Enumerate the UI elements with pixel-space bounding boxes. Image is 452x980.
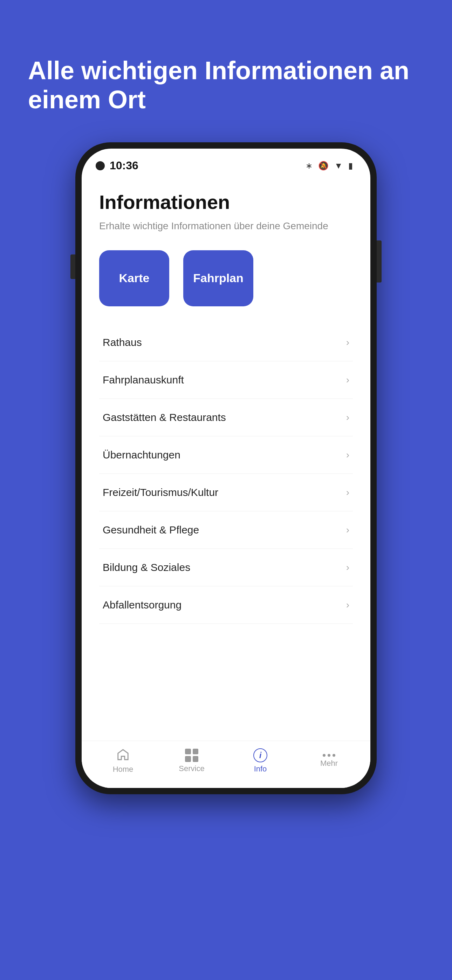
phone-frame: 10:36 ∗ 🔕 ▼ ▮ Informationen Erhalte wich… bbox=[75, 142, 377, 794]
phone-screen: 10:36 ∗ 🔕 ▼ ▮ Informationen Erhalte wich… bbox=[82, 149, 370, 788]
nav-label-home: Home bbox=[113, 765, 134, 774]
chevron-right-icon: › bbox=[346, 524, 349, 536]
chevron-right-icon: › bbox=[346, 374, 349, 385]
bell-icon: 🔕 bbox=[318, 161, 329, 171]
nav-item-info[interactable]: i Info bbox=[239, 748, 282, 773]
menu-list: Rathaus › Fahrplanauskunft › Gaststätten… bbox=[99, 324, 353, 741]
app-title: Informationen bbox=[99, 191, 353, 213]
dots-icon bbox=[323, 754, 335, 757]
fahrplan-button[interactable]: Fahrplan bbox=[183, 250, 253, 306]
menu-item-label: Bildung & Soziales bbox=[103, 562, 190, 573]
camera-dot bbox=[95, 161, 105, 170]
grid-icon bbox=[185, 749, 198, 762]
menu-item-uebernachtungen[interactable]: Übernachtungen › bbox=[99, 436, 353, 474]
nav-item-mehr[interactable]: Mehr bbox=[308, 754, 350, 768]
info-circle-icon: i bbox=[253, 748, 267, 762]
nav-item-service[interactable]: Service bbox=[170, 749, 213, 773]
status-time: 10:36 bbox=[95, 159, 138, 172]
menu-item-label: Rathaus bbox=[103, 336, 142, 348]
menu-item-gaststaetten[interactable]: Gaststätten & Restaurants › bbox=[99, 399, 353, 436]
phone-wrapper: 10:36 ∗ 🔕 ▼ ▮ Informationen Erhalte wich… bbox=[75, 142, 377, 794]
home-icon bbox=[116, 748, 130, 763]
menu-item-label: Gaststätten & Restaurants bbox=[103, 412, 226, 423]
nav-label-service: Service bbox=[179, 764, 204, 773]
menu-item-fahrplanauskunft[interactable]: Fahrplanauskunft › bbox=[99, 361, 353, 399]
bottom-nav: Home Service i Info Mehr bbox=[82, 741, 370, 788]
quick-buttons: Karte Fahrplan bbox=[99, 250, 353, 306]
menu-item-label: Gesundheit & Pflege bbox=[103, 524, 199, 536]
chevron-right-icon: › bbox=[346, 449, 349, 461]
wifi-icon: ▼ bbox=[334, 161, 343, 171]
nav-item-home[interactable]: Home bbox=[102, 748, 144, 774]
chevron-right-icon: › bbox=[346, 412, 349, 423]
chevron-right-icon: › bbox=[346, 599, 349, 611]
chevron-right-icon: › bbox=[346, 562, 349, 573]
status-bar: 10:36 ∗ 🔕 ▼ ▮ bbox=[82, 149, 370, 177]
menu-item-rathaus[interactable]: Rathaus › bbox=[99, 324, 353, 361]
nav-label-mehr: Mehr bbox=[320, 759, 338, 768]
menu-item-bildung[interactable]: Bildung & Soziales › bbox=[99, 549, 353, 586]
menu-item-label: Abfallentsorgung bbox=[103, 599, 181, 611]
app-content: Informationen Erhalte wichtige Informati… bbox=[82, 177, 370, 741]
bluetooth-icon: ∗ bbox=[306, 161, 312, 171]
nav-label-info: Info bbox=[254, 764, 267, 773]
menu-item-label: Übernachtungen bbox=[103, 449, 180, 461]
app-subtitle: Erhalte wichtige Informationen über dein… bbox=[99, 219, 353, 233]
chevron-right-icon: › bbox=[346, 337, 349, 348]
menu-item-gesundheit[interactable]: Gesundheit & Pflege › bbox=[99, 511, 353, 549]
menu-item-label: Freizeit/Tourismus/Kultur bbox=[103, 487, 218, 498]
karte-button[interactable]: Karte bbox=[99, 250, 169, 306]
menu-item-label: Fahrplanauskunft bbox=[103, 374, 184, 386]
hero-title: Alle wichtigen Informationen an einem Or… bbox=[28, 56, 424, 114]
chevron-right-icon: › bbox=[346, 487, 349, 498]
hero-section: Alle wichtigen Informationen an einem Or… bbox=[0, 0, 452, 135]
menu-item-abfall[interactable]: Abfallentsorgung › bbox=[99, 586, 353, 624]
menu-item-freizeit[interactable]: Freizeit/Tourismus/Kultur › bbox=[99, 474, 353, 511]
status-icons: ∗ 🔕 ▼ ▮ bbox=[306, 161, 353, 171]
battery-icon: ▮ bbox=[348, 161, 353, 171]
